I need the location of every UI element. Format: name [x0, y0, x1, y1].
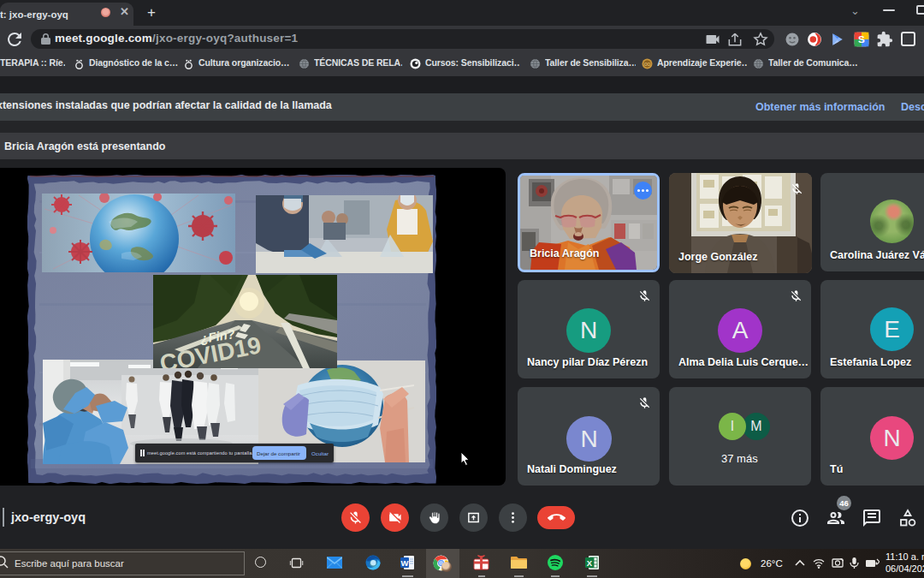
svg-text:W: W [401, 558, 409, 568]
svg-text:X: X [587, 558, 593, 568]
svg-text:oo: oo [644, 61, 651, 67]
svg-text:S: S [858, 33, 865, 45]
